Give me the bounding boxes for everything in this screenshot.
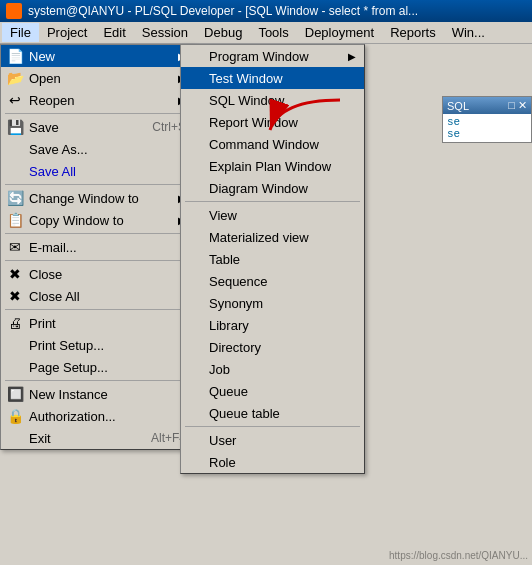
table-label: Table [209, 252, 240, 267]
submenu-sequence[interactable]: Sequence [181, 270, 364, 292]
exit-icon [5, 428, 25, 448]
save-all-icon [5, 161, 25, 181]
diagram-window-label: Diagram Window [209, 181, 308, 196]
submenu-queue-table[interactable]: Queue table [181, 402, 364, 424]
directory-label: Directory [209, 340, 261, 355]
open-icon: 📂 [5, 68, 25, 88]
save-label: Save [29, 120, 59, 135]
menu-session[interactable]: Session [134, 23, 196, 42]
role-label: Role [209, 455, 236, 470]
reopen-icon: ↩ [5, 90, 25, 110]
app-icon [6, 3, 22, 19]
menu-exit[interactable]: Exit Alt+F4 [1, 427, 194, 449]
authorization-label: Authorization... [29, 409, 116, 424]
submenu-program-window[interactable]: Program Window ▶ [181, 45, 364, 67]
menu-edit[interactable]: Edit [95, 23, 133, 42]
title-bar: system@QIANYU - PL/SQL Developer - [SQL … [0, 0, 532, 22]
program-window-arrow: ▶ [348, 51, 356, 62]
menu-reopen[interactable]: ↩ Reopen ▶ [1, 89, 194, 111]
authorization-icon: 🔒 [5, 406, 25, 426]
synonym-label: Synonym [209, 296, 263, 311]
sequence-label: Sequence [209, 274, 268, 289]
submenu-view[interactable]: View [181, 204, 364, 226]
sql-window: SQL □ ✕ se se [442, 96, 532, 143]
test-window-label: Test Window [209, 71, 283, 86]
submenu-synonym[interactable]: Synonym [181, 292, 364, 314]
new-icon: 📄 [5, 46, 25, 66]
menu-deployment[interactable]: Deployment [297, 23, 382, 42]
new-sep1 [185, 201, 360, 202]
page-setup-icon [5, 357, 25, 377]
exit-label: Exit [29, 431, 51, 446]
new-sep2 [185, 426, 360, 427]
menu-save[interactable]: 💾 Save Ctrl+S [1, 116, 194, 138]
sql-window-label: SQL Window [209, 93, 284, 108]
menu-copy-window[interactable]: 📋 Copy Window to ▶ [1, 209, 194, 231]
menu-debug[interactable]: Debug [196, 23, 250, 42]
print-label: Print [29, 316, 56, 331]
copy-window-icon: 📋 [5, 210, 25, 230]
submenu-test-window[interactable]: Test Window [181, 67, 364, 89]
program-window-label: Program Window [209, 49, 309, 64]
submenu-table[interactable]: Table [181, 248, 364, 270]
page-setup-label: Page Setup... [29, 360, 108, 375]
menu-print-setup[interactable]: Print Setup... [1, 334, 194, 356]
submenu-library[interactable]: Library [181, 314, 364, 336]
save-icon: 💾 [5, 117, 25, 137]
report-window-label: Report Window [209, 115, 298, 130]
submenu-materialized-view[interactable]: Materialized view [181, 226, 364, 248]
sep2 [5, 184, 190, 185]
save-as-label: Save As... [29, 142, 88, 157]
submenu-explain-plan[interactable]: Explain Plan Window [181, 155, 364, 177]
menu-close[interactable]: ✖ Close [1, 263, 194, 285]
submenu-job[interactable]: Job [181, 358, 364, 380]
menu-close-all[interactable]: ✖ Close All [1, 285, 194, 307]
library-label: Library [209, 318, 249, 333]
reopen-label: Reopen [29, 93, 75, 108]
submenu-directory[interactable]: Directory [181, 336, 364, 358]
menu-new-instance[interactable]: 🔲 New Instance [1, 383, 194, 405]
close-icon: ✖ [5, 264, 25, 284]
menu-email[interactable]: ✉ E-mail... [1, 236, 194, 258]
submenu-command-window[interactable]: Command Window [181, 133, 364, 155]
change-window-icon: 🔄 [5, 188, 25, 208]
menu-authorization[interactable]: 🔒 Authorization... [1, 405, 194, 427]
menu-save-all[interactable]: Save All [1, 160, 194, 182]
submenu-report-window[interactable]: Report Window [181, 111, 364, 133]
menu-tools[interactable]: Tools [250, 23, 296, 42]
sql-content: se se [443, 114, 531, 142]
menu-new[interactable]: 📄 New ▶ [1, 45, 194, 67]
submenu-queue[interactable]: Queue [181, 380, 364, 402]
menu-win[interactable]: Win... [444, 23, 493, 42]
menu-page-setup[interactable]: Page Setup... [1, 356, 194, 378]
sep5 [5, 309, 190, 310]
file-dropdown: 📄 New ▶ 📂 Open ▶ ↩ Reopen ▶ 💾 Save Ctrl+… [0, 44, 195, 450]
email-label: E-mail... [29, 240, 77, 255]
menu-save-as[interactable]: Save As... [1, 138, 194, 160]
print-setup-label: Print Setup... [29, 338, 104, 353]
copy-window-label: Copy Window to [29, 213, 124, 228]
submenu-diagram-window[interactable]: Diagram Window [181, 177, 364, 199]
sql-window-title: SQL □ ✕ [443, 97, 531, 114]
menu-change-window[interactable]: 🔄 Change Window to ▶ [1, 187, 194, 209]
menu-file[interactable]: File [2, 23, 39, 42]
menu-print[interactable]: 🖨 Print [1, 312, 194, 334]
submenu-user[interactable]: User [181, 429, 364, 451]
sep3 [5, 233, 190, 234]
user-label: User [209, 433, 236, 448]
email-icon: ✉ [5, 237, 25, 257]
change-window-label: Change Window to [29, 191, 139, 206]
menu-project[interactable]: Project [39, 23, 95, 42]
submenu-role[interactable]: Role [181, 451, 364, 473]
watermark: https://blog.csdn.net/QIANYU... [389, 550, 528, 561]
new-instance-label: New Instance [29, 387, 108, 402]
menu-reports[interactable]: Reports [382, 23, 444, 42]
menu-bar: File Project Edit Session Debug Tools De… [0, 22, 532, 44]
close-all-icon: ✖ [5, 286, 25, 306]
queue-label: Queue [209, 384, 248, 399]
job-label: Job [209, 362, 230, 377]
menu-open[interactable]: 📂 Open ▶ [1, 67, 194, 89]
queue-table-label: Queue table [209, 406, 280, 421]
save-all-label: Save All [29, 164, 76, 179]
submenu-sql-window[interactable]: SQL Window [181, 89, 364, 111]
